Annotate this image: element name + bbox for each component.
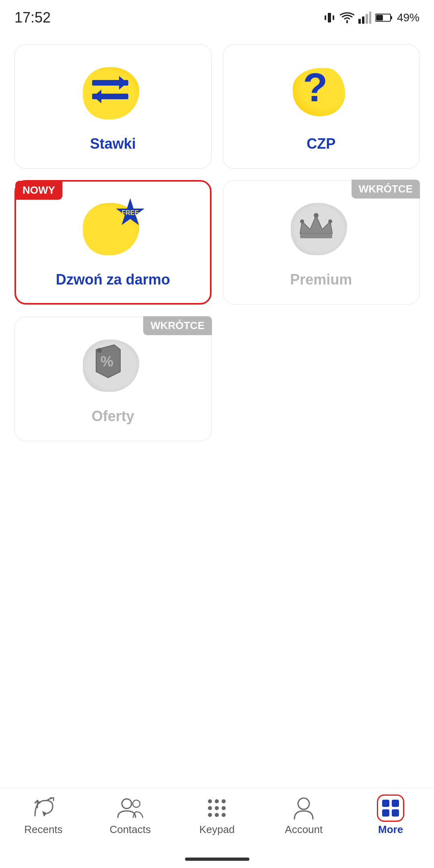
card-premium-label: Premium	[290, 271, 352, 288]
nav-contacts-label: Contacts	[109, 823, 151, 836]
svg-rect-5	[366, 14, 368, 24]
czp-question-mark: ?	[303, 67, 327, 107]
nav-contacts-icon	[116, 796, 144, 820]
nav-account-icon	[290, 796, 318, 820]
svg-point-12	[300, 219, 304, 223]
badge-wkrotce-premium: WKRÓTCE	[352, 180, 420, 199]
vibrate-icon	[323, 11, 336, 24]
crown-icon	[296, 209, 336, 242]
signal-icon	[358, 12, 371, 24]
svg-point-19	[133, 800, 140, 807]
nav-keypad-icon	[203, 796, 231, 820]
badge-wkrotce-oferty: WKRÓTCE	[143, 316, 212, 335]
bottom-indicator	[185, 858, 249, 861]
card-stawki[interactable]: Stawki	[14, 44, 212, 169]
svg-point-13	[328, 219, 332, 223]
svg-point-21	[215, 799, 219, 803]
nav-recents[interactable]: Recents	[0, 796, 87, 836]
card-dzwon-label: Dzwoń za darmo	[56, 271, 170, 288]
battery-pct: 49%	[397, 11, 420, 24]
status-time: 17:52	[14, 9, 51, 26]
dzwon-icon-wrap: FREE	[81, 199, 145, 263]
status-bar: 17:52 49%	[0, 0, 434, 32]
czp-icon-wrap: ?	[289, 63, 353, 127]
nav-account[interactable]: Account	[260, 796, 347, 836]
status-icons: 49%	[323, 11, 420, 24]
nav-keypad-label: Keypad	[199, 823, 234, 836]
svg-rect-1	[325, 15, 326, 20]
stawki-icon-wrap	[81, 63, 145, 127]
card-oferty-label: Oferty	[92, 408, 134, 425]
card-stawki-label: Stawki	[90, 135, 136, 152]
card-czp[interactable]: ? CZP	[223, 44, 420, 169]
svg-point-28	[222, 813, 226, 817]
svg-point-24	[215, 806, 219, 810]
svg-point-23	[208, 806, 212, 810]
badge-nowy: NOWY	[15, 181, 62, 200]
bottom-card-row: WKRÓTCE % Oferty	[0, 317, 434, 441]
svg-point-26	[208, 813, 212, 817]
nav-more-label: More	[378, 823, 403, 836]
svg-rect-32	[382, 809, 389, 817]
percent-tag-icon: %	[88, 342, 126, 380]
oferty-icon-wrap: %	[81, 336, 145, 400]
card-oferty[interactable]: WKRÓTCE % Oferty	[14, 317, 212, 441]
nav-recents-icon	[29, 796, 58, 820]
wifi-icon	[340, 12, 354, 23]
svg-text:%: %	[101, 353, 113, 370]
nav-account-label: Account	[285, 823, 323, 836]
svg-rect-10	[300, 233, 332, 238]
svg-point-27	[215, 813, 219, 817]
nav-contacts[interactable]: Contacts	[87, 796, 174, 836]
svg-rect-6	[369, 12, 371, 24]
card-premium[interactable]: WKRÓTCE Premium	[223, 180, 420, 305]
svg-rect-8	[391, 16, 392, 19]
svg-rect-0	[328, 13, 331, 23]
battery-icon	[375, 13, 393, 23]
svg-rect-2	[333, 15, 334, 20]
premium-icon-wrap	[289, 199, 353, 263]
bottom-nav: Recents Contacts	[0, 788, 434, 868]
card-dzwon[interactable]: NOWY FREE Dzwoń za darmo	[14, 180, 212, 305]
svg-rect-31	[392, 800, 399, 807]
nav-keypad[interactable]: Keypad	[174, 796, 261, 836]
svg-point-11	[314, 213, 319, 218]
card-czp-label: CZP	[306, 135, 335, 152]
svg-point-18	[122, 799, 132, 809]
nav-more-icon	[376, 796, 405, 820]
svg-point-22	[222, 799, 226, 803]
svg-rect-3	[358, 19, 361, 24]
svg-point-20	[208, 799, 212, 803]
svg-rect-4	[362, 16, 364, 24]
svg-rect-33	[392, 809, 399, 817]
svg-point-25	[222, 806, 226, 810]
svg-point-14	[97, 348, 102, 353]
nav-more[interactable]: More	[347, 796, 434, 836]
svg-rect-30	[382, 800, 389, 807]
empty-cell	[223, 317, 420, 441]
main-grid: Stawki ? CZP NOWY FREE Dzwoń za darmo WK…	[0, 32, 434, 317]
svg-rect-9	[376, 15, 383, 20]
nav-recents-label: Recents	[24, 823, 62, 836]
svg-point-29	[298, 798, 309, 809]
